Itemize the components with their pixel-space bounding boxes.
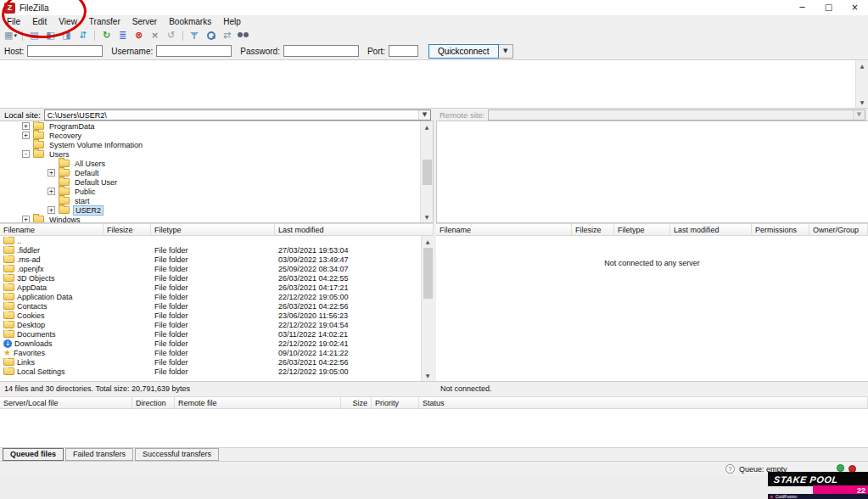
password-input[interactable] — [283, 45, 359, 57]
file-row-downloads[interactable]: ↓DownloadsFile folder22/12/2022 19:02:41 — [0, 339, 434, 348]
file-row-documents[interactable]: DocumentsFile folder03/11/2022 14:02:21 — [0, 329, 434, 339]
tab-queued-files[interactable]: Queued files — [3, 448, 64, 461]
tree-item-recovery[interactable]: +Recovery — [0, 131, 433, 140]
local-list-scrollbar[interactable]: ▲ ▼ — [421, 236, 434, 381]
file-row-parent[interactable]: .. — [0, 236, 434, 245]
scroll-down-icon[interactable]: ▼ — [422, 370, 434, 381]
tree-item-users[interactable]: -Users — [0, 149, 433, 159]
file-row-application-data[interactable]: Application DataFile folder22/12/2022 19… — [0, 292, 434, 301]
tree-item-default-user[interactable]: Default User — [0, 177, 433, 187]
toolbar-cancel-icon[interactable]: ⊗ — [131, 29, 147, 42]
scroll-up-icon[interactable]: ▲ — [421, 121, 433, 132]
menu-bookmarks[interactable]: Bookmarks — [163, 17, 217, 26]
menu-server[interactable]: Server — [126, 17, 163, 26]
remote-column-filesize[interactable]: Filesize — [572, 224, 614, 235]
file-row-openjfx[interactable]: .openjfxFile folder25/09/2022 08:34:07 — [0, 264, 434, 273]
remote-column-last-modified[interactable]: Last modified — [670, 224, 752, 235]
tree-item-user2[interactable]: +USER2 — [0, 205, 433, 215]
menu-help[interactable]: Help — [217, 17, 247, 26]
stake-pool-banner: STAKE POOL — [768, 472, 868, 486]
tree-item-system-volume-information[interactable]: System Volume Information — [0, 140, 433, 149]
remote-column-filetype[interactable]: Filetype — [614, 224, 670, 235]
toolbar-disconnect-icon[interactable]: × — [147, 29, 163, 42]
tab-failed-transfers[interactable]: Failed transfers — [65, 448, 133, 461]
menu-edit[interactable]: Edit — [26, 17, 53, 26]
expand-icon[interactable]: + — [22, 132, 30, 139]
chevron-down-icon[interactable]: ▼ — [418, 110, 430, 120]
remote-column-filename[interactable]: Filename — [436, 224, 572, 235]
toolbar-directory-listing-icon[interactable]: ≣ — [115, 29, 131, 42]
local-column-last-modified[interactable]: Last modified — [275, 224, 434, 235]
local-column-filetype[interactable]: Filetype — [151, 224, 275, 235]
local-site-combobox[interactable]: C:\Users\USER2\ ▼ — [44, 109, 431, 121]
queue-column-direction[interactable]: Direction — [132, 397, 175, 408]
quickconnect-dropdown-icon[interactable]: ▼ — [499, 44, 513, 59]
file-row-links[interactable]: LinksFile folder26/03/2021 04:22:56 — [0, 357, 434, 367]
help-icon[interactable]: ? — [725, 464, 735, 474]
toolbar-refresh-icon[interactable]: ↻ — [98, 29, 115, 42]
scroll-down-icon[interactable]: ▼ — [421, 211, 433, 222]
toolbar-reconnect-icon[interactable]: ↺ — [163, 29, 179, 42]
scroll-up-icon[interactable]: ▲ — [422, 236, 434, 247]
file-row-local-settings[interactable]: Local SettingsFile folder22/12/2022 19:0… — [0, 367, 434, 376]
scroll-up-icon[interactable]: ▲ — [856, 60, 868, 71]
collapse-icon[interactable]: - — [22, 150, 30, 158]
file-row-contacts[interactable]: ContactsFile folder26/03/2021 04:22:56 — [0, 301, 434, 311]
toolbar-toggle-remote-tree-icon[interactable]: ◨ — [59, 29, 75, 42]
expand-icon[interactable]: + — [22, 122, 30, 130]
toolbar-toggle-transfer-queue-icon[interactable]: ⇵ — [75, 29, 91, 42]
tree-scrollbar[interactable]: ▲ ▼ — [420, 121, 433, 222]
scroll-thumb[interactable] — [423, 248, 433, 299]
minimize-icon[interactable]: ─ — [789, 0, 815, 15]
quickconnect-button[interactable]: Quickconnect — [428, 44, 499, 59]
tree-item-windows[interactable]: +Windows — [0, 215, 433, 223]
file-row-ms-ad[interactable]: .ms-adFile folder03/09/2022 13:49:47 — [0, 255, 434, 264]
menu-transfer[interactable]: Transfer — [83, 17, 126, 26]
tree-item-public[interactable]: +Public — [0, 187, 433, 196]
close-icon[interactable]: × — [842, 0, 868, 15]
menu-view[interactable]: View — [53, 17, 83, 26]
local-column-filename[interactable]: Filename — [0, 224, 104, 235]
tree-item-programdata[interactable]: +ProgramData — [0, 121, 433, 131]
toolbar-directory-comparison-icon[interactable] — [203, 29, 219, 42]
maximize-icon[interactable]: □ — [815, 0, 842, 15]
host-input[interactable] — [27, 45, 103, 57]
menu-file[interactable]: File — [0, 17, 26, 26]
toolbar-toggle-local-tree-icon[interactable]: ◧ — [42, 29, 59, 42]
message-log-scrollbar[interactable]: ▲ ▼ — [855, 60, 868, 108]
expand-icon[interactable]: + — [22, 216, 30, 223]
queue-column-remote-file[interactable]: Remote file — [175, 397, 341, 408]
file-row-fiddler[interactable]: .fiddlerFile folder27/03/2021 19:53:04 — [0, 245, 434, 255]
tree-item-all-users[interactable]: All Users — [0, 159, 433, 168]
local-column-filesize[interactable]: Filesize — [104, 224, 151, 235]
queue-column-priority[interactable]: Priority — [372, 397, 419, 408]
file-row-cookies[interactable]: CookiesFile folder23/06/2020 11:56:23 — [0, 311, 434, 320]
scroll-thumb[interactable] — [423, 160, 432, 185]
expand-icon[interactable]: + — [48, 169, 55, 177]
remote-column-owner-group[interactable]: Owner/Group — [809, 224, 868, 235]
expand-icon[interactable]: + — [48, 188, 55, 195]
toolbar-filter-icon[interactable] — [187, 29, 203, 42]
remote-column-permissions[interactable]: Permissions — [752, 224, 809, 235]
expand-icon[interactable]: + — [48, 206, 55, 214]
queue-column-server-local-file[interactable]: Server/Local file — [0, 397, 132, 408]
scroll-down-icon[interactable]: ▼ — [856, 97, 868, 108]
toolbar-synchronized-browsing-icon[interactable]: ⇄ — [219, 29, 235, 42]
toolbar-site-manager-icon[interactable]: ▦▾ — [3, 29, 19, 42]
chevron-down-icon: ▼ — [853, 110, 865, 120]
file-row-appdata[interactable]: AppDataFile folder26/03/2021 04:17:21 — [0, 283, 434, 292]
tab-successful-transfers[interactable]: Successful transfers — [135, 448, 219, 461]
queue-column-status[interactable]: Status — [419, 397, 868, 408]
file-row-favorites[interactable]: ★FavoritesFile folder09/10/2022 14:21:22 — [0, 348, 434, 357]
username-input[interactable] — [156, 45, 232, 57]
coldfusion-logo-icon — [770, 496, 773, 498]
file-row-desktop[interactable]: DesktopFile folder22/12/2022 19:04:54 — [0, 320, 434, 329]
port-input[interactable] — [389, 45, 418, 57]
tree-item-start[interactable]: start — [0, 196, 433, 205]
queue-column-size[interactable]: Size — [341, 397, 372, 408]
chevron-down-icon[interactable]: ▾ — [14, 32, 17, 39]
file-row-3d-objects[interactable]: 3D ObjectsFile folder26/03/2021 04:22:55 — [0, 273, 434, 283]
toolbar-find-files-icon[interactable] — [235, 29, 251, 42]
toolbar-toggle-message-log-icon[interactable]: ▤ — [26, 29, 42, 42]
tree-item-default[interactable]: +Default — [0, 168, 433, 177]
